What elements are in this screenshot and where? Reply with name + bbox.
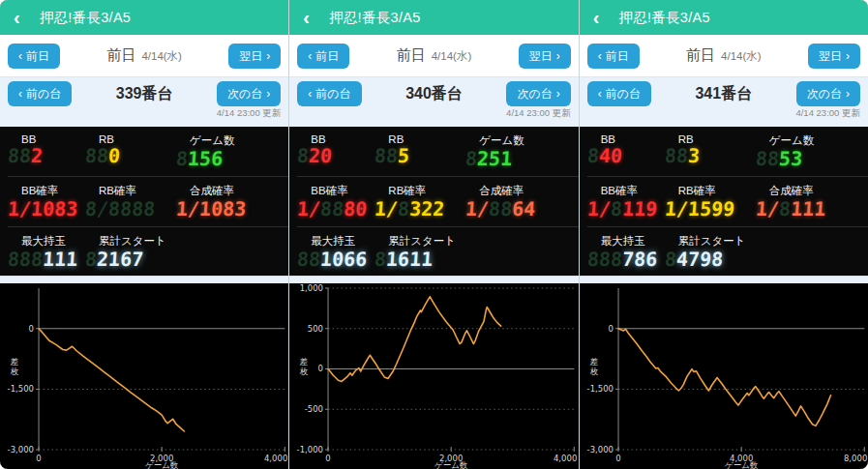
svg-text:差枚: 差枚 <box>299 358 309 377</box>
machine-nav: ‹ 前の台 341番台 次の台 › 4/14 23:00 更新 <box>580 77 868 127</box>
prev-day-label: 前日 <box>26 50 49 62</box>
svg-text:0: 0 <box>36 454 41 463</box>
stat-bb: BB 882 <box>8 128 85 176</box>
stat-max-medals: 最大持玉 881066 <box>297 228 374 277</box>
next-day-button[interactable]: 翌日 › <box>808 44 860 69</box>
machine-data-viewer: ‹ 押忍!番長3/A5 ‹ 前日 前日 4/14(水) 翌日 › ‹ 前の台 <box>0 0 868 469</box>
slump-chart: 1,0005000-500-1,00002,0004,000差枚ゲーム数 <box>289 283 578 469</box>
svg-text:0: 0 <box>29 324 34 334</box>
prev-day-button[interactable]: ‹ 前日 <box>8 44 60 69</box>
stat-bb-rate: BB確率 1/8880 <box>297 178 374 226</box>
app-bar: ‹ 押忍!番長3/A5 <box>289 0 578 35</box>
stat-combined-rate: 合成確率 1/8864 <box>465 178 578 226</box>
app-title: 押忍!番長3/A5 <box>329 9 421 27</box>
stat-max-medals: 最大持玉 888111 <box>8 228 85 277</box>
chevron-right-icon: › <box>266 88 270 100</box>
stats-row-totals: 最大持玉 881066 累計スタート 81611 <box>297 227 578 277</box>
svg-text:ゲーム数: ゲーム数 <box>434 460 468 469</box>
svg-text:0: 0 <box>615 454 620 463</box>
rb-rate-led-display: 1/1599 <box>664 199 735 219</box>
total-start-led-display: 81611 <box>374 249 434 269</box>
stats-row-counts: BB 882 RB 880 ゲーム数 8156 <box>8 127 288 177</box>
svg-text:ゲーム数: ゲーム数 <box>725 460 759 469</box>
chevron-right-icon: › <box>846 88 850 100</box>
day-nav: ‹ 前日 前日 4/14(水) 翌日 › <box>580 35 868 77</box>
total-start-led-display: 84798 <box>664 249 724 269</box>
stat-bb: BB 820 <box>297 128 374 176</box>
svg-text:-1,500: -1,500 <box>8 384 34 394</box>
stats-table: BB 820 RB 885 ゲーム数 8251 BB確率 1/8880 <box>289 127 578 276</box>
next-machine-button[interactable]: 次の台 › <box>506 81 570 106</box>
app-title: 押忍!番長3/A5 <box>40 9 132 27</box>
bb-led-display: 882 <box>7 146 44 165</box>
stats-row-counts: BB 820 RB 885 ゲーム数 8251 <box>297 127 578 177</box>
stat-rb-rate: RB確率 8/8888 <box>85 178 176 226</box>
next-day-label: 翌日 <box>239 50 262 62</box>
prev-day-button[interactable]: ‹ 前日 <box>587 44 640 69</box>
machine-panel: ‹ 押忍!番長3/A5 ‹ 前日 前日 4/14(水) 翌日 › ‹ 前の台 <box>0 0 288 469</box>
stat-bb-rate: BB確率 1/8119 <box>587 178 665 226</box>
max-medals-led-display: 881066 <box>297 249 369 269</box>
next-machine-button[interactable]: 次の台 › <box>796 81 860 106</box>
rb-rate-led-display: 8/8888 <box>84 199 156 219</box>
stats-row-rates: BB確率 1/8119 RB確率 1/1599 合成確率 1/8111 <box>587 177 868 227</box>
svg-text:0: 0 <box>608 324 613 334</box>
slump-chart: 0-1,500-3,00004,0008,000差枚ゲーム数 <box>580 283 868 469</box>
stat-combined-rate: 合成確率 1/1083 <box>176 178 288 226</box>
next-day-button[interactable]: 翌日 › <box>519 44 571 69</box>
rb-led-display: 880 <box>84 146 121 165</box>
app-title: 押忍!番長3/A5 <box>618 9 710 27</box>
day-nav: ‹ 前日 前日 4/14(水) 翌日 › <box>0 35 288 77</box>
day-label-main: 前日 <box>397 46 426 65</box>
stats-row-totals: 最大持玉 888786 累計スタート 84798 <box>587 227 868 277</box>
svg-text:0: 0 <box>318 365 323 374</box>
stat-total-start: 累計スタート 82167 <box>85 228 176 277</box>
svg-text:差枚: 差枚 <box>588 358 598 377</box>
machine-panel: ‹ 押忍!番長3/A5 ‹ 前日 前日 4/14(水) 翌日 › ‹ 前の台 <box>579 0 868 469</box>
stats-table: BB 840 RB 883 ゲーム数 8853 BB確率 1/8119 <box>580 127 868 276</box>
next-machine-label: 次の台 <box>807 88 842 100</box>
back-icon[interactable]: ‹ <box>14 8 20 27</box>
stat-rb: RB 880 <box>85 128 176 176</box>
svg-text:-3,000: -3,000 <box>8 445 34 454</box>
prev-day-button[interactable]: ‹ 前日 <box>297 44 349 69</box>
stat-rb: RB 883 <box>665 128 756 176</box>
prev-machine-button[interactable]: ‹ 前の台 <box>587 81 651 106</box>
back-icon[interactable]: ‹ <box>303 8 310 27</box>
chevron-left-icon: ‹ <box>598 88 602 100</box>
chevron-left-icon: ‹ <box>308 88 312 100</box>
svg-text:500: 500 <box>308 324 323 334</box>
stat-total-start: 累計スタート 81611 <box>374 228 465 277</box>
prev-machine-button[interactable]: ‹ 前の台 <box>8 81 72 106</box>
chevron-right-icon: › <box>556 88 560 100</box>
bb-rate-led-display: 1/8119 <box>586 199 658 219</box>
svg-text:8,000: 8,000 <box>844 454 867 463</box>
prev-day-label: 前日 <box>606 50 629 62</box>
updated-timestamp: 4/14 23:00 更新 <box>289 106 578 120</box>
svg-text:0: 0 <box>326 454 331 463</box>
rb-led-display: 883 <box>664 146 701 165</box>
stat-rb-rate: RB確率 1/1599 <box>665 178 756 226</box>
section-divider <box>580 276 868 283</box>
updated-timestamp: 4/14 23:00 更新 <box>580 106 868 120</box>
next-day-button[interactable]: 翌日 › <box>228 44 281 69</box>
svg-text:-1,000: -1,000 <box>297 445 323 454</box>
stat-combined-rate: 合成確率 1/8111 <box>756 178 868 226</box>
chevron-left-icon: ‹ <box>18 50 22 62</box>
prev-machine-label: 前の台 <box>606 88 641 100</box>
back-icon[interactable]: ‹ <box>593 8 600 27</box>
stat-bb: BB 840 <box>587 128 665 176</box>
day-label-main: 前日 <box>686 46 715 65</box>
next-machine-button[interactable]: 次の台 › <box>217 81 281 106</box>
slump-graph: 1,0005000-500-1,00002,0004,000差枚ゲーム数 <box>289 283 578 469</box>
chevron-left-icon: ‹ <box>598 50 602 62</box>
svg-text:-1,500: -1,500 <box>586 384 613 394</box>
svg-text:4,000: 4,000 <box>264 454 287 463</box>
stats-table: BB 882 RB 880 ゲーム数 8156 BB確率 1/1083 <box>0 127 288 276</box>
bb-led-display: 840 <box>586 146 623 165</box>
machine-panel: ‹ 押忍!番長3/A5 ‹ 前日 前日 4/14(水) 翌日 › ‹ 前の台 <box>288 0 578 469</box>
day-label-main: 前日 <box>106 46 135 65</box>
stat-rb: RB 885 <box>374 128 465 176</box>
machine-number: 341番台 <box>695 84 752 104</box>
prev-machine-button[interactable]: ‹ 前の台 <box>297 81 361 106</box>
